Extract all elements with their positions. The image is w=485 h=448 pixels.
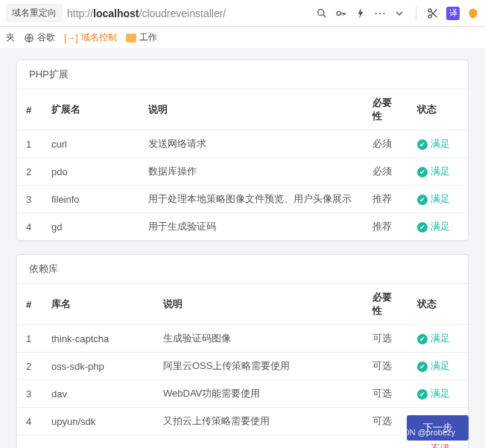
status-badge: 满足: [417, 220, 450, 233]
scissors-icon[interactable]: [427, 7, 439, 19]
cell-name: oss-sdk-php: [42, 353, 154, 380]
cell-desc: 用于生成验证码: [139, 213, 364, 241]
cell-desc: 阿里云OSS上传策略需要使用: [154, 353, 364, 380]
lightning-icon[interactable]: [355, 7, 367, 19]
address-bar: 域名重定向 http://localhost/cloudreveinstalle…: [0, 0, 485, 27]
card-title: PHP扩展: [17, 60, 468, 89]
next-button[interactable]: 下一步: [407, 415, 469, 441]
search-icon[interactable]: [316, 7, 328, 19]
cell-status: 满足: [408, 186, 468, 213]
table-row: 1curl发送网络请求必须满足: [17, 130, 468, 158]
bookmark-google[interactable]: 谷歌: [24, 31, 55, 44]
page-content: PHP扩展 # 扩展名 说明 必要性 状态 1curl发送网络请求必须满足2pd…: [0, 49, 485, 448]
check-icon: [417, 388, 428, 400]
col-necessity: 必要性: [364, 284, 408, 325]
bookmark-domain-control[interactable]: [→]域名控制: [64, 31, 117, 44]
php-extensions-table: # 扩展名 说明 必要性 状态 1curl发送网络请求必须满足2pdo数据库操作…: [17, 89, 468, 240]
cell-desc: 生成验证码图像: [154, 325, 364, 353]
table-row: 2oss-sdk-php阿里云OSS上传策略需要使用可选满足: [17, 353, 468, 380]
cell-status: 满足: [408, 158, 468, 186]
bracket-icon: [→]: [64, 33, 78, 43]
col-desc: 说明: [154, 284, 364, 325]
status-badge: 满足: [417, 359, 450, 373]
card-title: 依赖库: [17, 255, 468, 284]
table-row: 2pdo数据库操作必须满足: [17, 158, 468, 186]
address-bar-actions: ⋯ 译: [316, 6, 479, 21]
status-badge: 满足: [417, 137, 450, 151]
cell-necessity: 可选: [364, 325, 408, 353]
svg-line-1: [323, 15, 326, 17]
bookmarks-bar: 夹 谷歌 [→]域名控制 工作: [0, 27, 485, 49]
cell-index: 2: [17, 353, 42, 380]
cell-desc: WebDAV功能需要使用: [154, 380, 364, 408]
check-icon: [417, 360, 428, 372]
shield-icon[interactable]: [467, 7, 479, 19]
cell-necessity: 推荐: [364, 213, 408, 241]
col-status: 状态: [408, 89, 468, 130]
svg-point-0: [318, 9, 324, 15]
check-icon: [417, 165, 428, 177]
key-icon[interactable]: [335, 7, 347, 19]
cell-status: 满足: [408, 213, 468, 241]
status-badge: 满足: [417, 192, 450, 206]
chevron-down-icon[interactable]: [393, 7, 405, 19]
status-badge: 不满足: [417, 442, 459, 448]
cell-desc: 发送网络请求: [139, 130, 364, 158]
redirect-badge: 域名重定向: [6, 4, 63, 22]
status-badge: 满足: [417, 387, 450, 400]
cell-index: 1: [17, 325, 42, 353]
bookmark-work[interactable]: 工作: [126, 31, 157, 44]
cell-name: curl: [42, 130, 139, 158]
col-necessity: 必要性: [364, 89, 408, 130]
more-icon[interactable]: ⋯: [374, 6, 386, 20]
cell-name: dav: [42, 380, 154, 408]
cell-desc: 又拍云上传策略需要使用: [154, 408, 364, 435]
cell-status: 满足: [408, 325, 468, 353]
cell-necessity: 可选: [364, 380, 408, 408]
dependencies-table: # 库名 说明 必要性 状态 1think-captcha生成验证码图像可选满足…: [17, 284, 468, 448]
col-index: #: [17, 89, 42, 130]
col-status: 状态: [408, 284, 468, 325]
separator: [416, 6, 416, 21]
translate-icon[interactable]: 译: [446, 7, 460, 20]
cell-status: 满足: [408, 130, 468, 158]
check-icon: [417, 221, 428, 233]
cell-name: upyun/sdk: [42, 408, 154, 435]
cell-index: 3: [17, 380, 42, 408]
status-badge: 满足: [417, 332, 450, 345]
cell-name: fileinfo: [42, 186, 139, 213]
check-icon: [417, 193, 428, 205]
cell-index: 4: [17, 408, 42, 435]
cell-index: 5: [17, 435, 42, 449]
cell-name: gd: [42, 213, 139, 241]
cell-necessity: 可选: [364, 435, 408, 449]
table-row: 3davWebDAV功能需要使用可选满足: [17, 380, 468, 408]
cell-status: 满足: [408, 380, 468, 408]
cell-index: 1: [17, 130, 42, 158]
cell-name: googleauthenticator: [42, 435, 154, 449]
table-row: 4gd用于生成验证码推荐满足: [17, 213, 468, 241]
cell-desc: 二步验证: [154, 435, 364, 449]
status-badge: 满足: [417, 165, 450, 178]
table-row: 1think-captcha生成验证码图像可选满足: [17, 325, 468, 353]
cell-name: pdo: [42, 158, 139, 186]
cell-index: 2: [17, 158, 42, 186]
svg-point-2: [337, 11, 340, 15]
bookmark-folder[interactable]: 夹: [6, 31, 15, 44]
table-row: 4upyun/sdk又拍云上传策略需要使用可选满足: [17, 408, 468, 435]
cell-name: think-captcha: [42, 325, 154, 353]
table-row: 5googleauthenticator二步验证可选不满足: [17, 435, 468, 449]
cell-status: 满足: [408, 353, 468, 380]
folder-icon: [126, 34, 136, 42]
cell-necessity: 必须: [364, 158, 408, 186]
cell-necessity: 可选: [364, 353, 408, 380]
col-index: #: [17, 284, 42, 325]
col-name: 库名: [42, 284, 154, 325]
cell-index: 4: [17, 213, 42, 241]
check-icon: [417, 332, 428, 344]
url-display[interactable]: http://localhost/cloudreveinstaller/: [67, 7, 316, 19]
php-extensions-card: PHP扩展 # 扩展名 说明 必要性 状态 1curl发送网络请求必须满足2pd…: [16, 60, 469, 241]
col-desc: 说明: [139, 89, 364, 130]
cell-index: 3: [17, 186, 42, 213]
check-icon: [417, 138, 428, 150]
